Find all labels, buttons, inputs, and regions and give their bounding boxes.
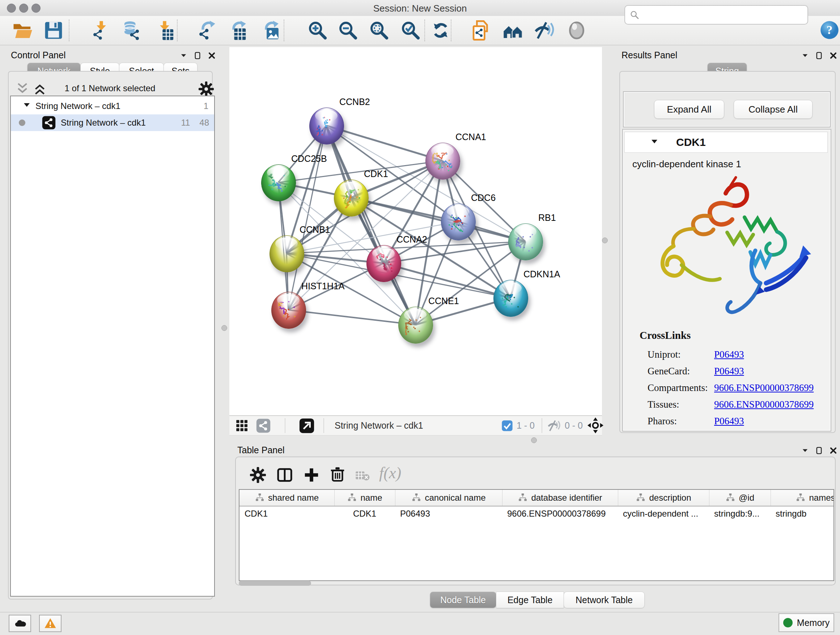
detach-view-icon[interactable] bbox=[299, 418, 314, 433]
tab-network-table[interactable]: Network Table bbox=[564, 592, 645, 608]
gene-collapse-icon[interactable] bbox=[650, 137, 659, 147]
selected-checkbox-icon[interactable] bbox=[501, 420, 513, 432]
export-table-icon[interactable] bbox=[229, 20, 249, 41]
birds-eye-view-icon[interactable] bbox=[567, 20, 587, 41]
delete-column-trash-icon[interactable] bbox=[329, 466, 346, 483]
control-panel-close-icon[interactable] bbox=[208, 51, 216, 60]
node-gloss bbox=[431, 145, 454, 157]
node-CCNB1[interactable] bbox=[270, 235, 304, 272]
split-view-icon[interactable] bbox=[276, 467, 293, 483]
node-CCNA2[interactable] bbox=[366, 245, 401, 282]
table-cell[interactable]: stringdb bbox=[771, 506, 834, 522]
search-field[interactable] bbox=[624, 5, 808, 25]
import-network-database-icon[interactable] bbox=[122, 20, 142, 41]
node-CDC6[interactable] bbox=[441, 203, 476, 241]
node-CCNE1[interactable] bbox=[398, 307, 433, 344]
table-panel-menu-icon[interactable] bbox=[801, 447, 809, 455]
table-gear-icon[interactable] bbox=[249, 467, 266, 483]
crosslink-value-link[interactable]: P06493 bbox=[714, 366, 744, 377]
collection-expander-icon[interactable] bbox=[22, 101, 33, 111]
zoom-fit-icon[interactable] bbox=[369, 20, 389, 41]
gene-detail-scroll-area[interactable]: CDK1 cyclin-dependent kinase 1 bbox=[622, 129, 831, 432]
node-table[interactable]: shared namenamecanonical namedatabase id… bbox=[239, 489, 834, 581]
refresh-icon[interactable] bbox=[431, 20, 451, 41]
bottom-splitter-handle[interactable] bbox=[531, 437, 537, 443]
node-HIST1H1A[interactable] bbox=[271, 292, 306, 329]
app-store-icon[interactable] bbox=[471, 20, 491, 41]
table-panel-close-icon[interactable] bbox=[829, 447, 837, 455]
node-CDC25B[interactable] bbox=[261, 165, 296, 201]
tab-edge-table[interactable]: Edge Table bbox=[496, 592, 564, 608]
table-panel-float-icon[interactable] bbox=[815, 447, 823, 455]
network-collection-row[interactable]: String Network – cdk1 1 bbox=[11, 98, 214, 114]
table-cell[interactable]: cyclin-dependent ... bbox=[618, 506, 709, 522]
add-column-icon[interactable] bbox=[303, 467, 320, 483]
import-table-icon[interactable] bbox=[155, 20, 175, 41]
help-button[interactable]: ? bbox=[820, 20, 839, 41]
graphics-details-icon[interactable] bbox=[534, 20, 554, 41]
column-header--id[interactable]: @id bbox=[709, 490, 771, 506]
export-network-icon[interactable] bbox=[198, 20, 218, 41]
network-options-gear-icon[interactable] bbox=[198, 81, 214, 97]
hidden-eye-icon[interactable] bbox=[546, 419, 561, 432]
zoom-out-icon[interactable] bbox=[338, 20, 358, 41]
zoom-selected-icon[interactable] bbox=[401, 20, 421, 41]
crosslink-value-link[interactable]: P06493 bbox=[714, 416, 744, 426]
network-share-icon[interactable] bbox=[256, 418, 271, 433]
edge-CCNB2-CCNE1[interactable] bbox=[326, 126, 415, 325]
column-header-canonical-name[interactable]: canonical name bbox=[395, 490, 502, 506]
control-panel-menu-icon[interactable] bbox=[180, 51, 188, 60]
results-panel-close-icon[interactable] bbox=[829, 51, 837, 60]
table-row[interactable]: CDK1CDK1P064939606.ENSP00000378699cyclin… bbox=[240, 506, 834, 522]
search-input[interactable] bbox=[643, 7, 807, 22]
crosslink-value-link[interactable]: 9606.ENSP00000378699 bbox=[714, 382, 813, 393]
expand-all-button[interactable]: Expand All bbox=[654, 100, 724, 119]
column-header-label: @id bbox=[739, 493, 754, 503]
save-session-icon[interactable] bbox=[43, 20, 64, 41]
edge-HIST1H1A-CCNE1[interactable] bbox=[288, 310, 415, 325]
node-CDK1[interactable] bbox=[334, 180, 369, 217]
fit-content-crosshair-icon[interactable] bbox=[587, 417, 603, 433]
warnings-button[interactable] bbox=[39, 615, 62, 632]
edge-CCNB2-CCNA1[interactable] bbox=[326, 126, 442, 161]
crosslink-value-link[interactable]: 9606.ENSP00000378699 bbox=[714, 399, 813, 410]
results-panel-float-icon[interactable] bbox=[815, 51, 823, 60]
cloud-status-button[interactable] bbox=[9, 615, 31, 632]
table-cell[interactable]: 9606.ENSP00000378699 bbox=[502, 506, 618, 522]
zoom-in-icon[interactable] bbox=[308, 20, 328, 41]
tab-node-table[interactable]: Node Table bbox=[430, 592, 496, 608]
network-list: String Network – cdk1 1 String Network –… bbox=[10, 96, 215, 597]
table-hscrollbar[interactable] bbox=[239, 581, 311, 586]
column-header-database-identifier[interactable]: database identifier bbox=[502, 490, 618, 506]
column-header-namespace[interactable]: namespace bbox=[771, 490, 834, 506]
grid-view-icon[interactable] bbox=[235, 419, 248, 432]
export-image-icon[interactable] bbox=[261, 20, 281, 41]
node-CCNB2[interactable] bbox=[309, 108, 344, 144]
column-header-description[interactable]: description bbox=[618, 490, 709, 506]
table-cell[interactable]: CDK1 bbox=[240, 506, 334, 522]
node-RB1[interactable] bbox=[508, 223, 543, 260]
import-network-icon[interactable] bbox=[91, 20, 111, 41]
collapse-all-button[interactable]: Collapse All bbox=[734, 100, 813, 119]
column-header-shared-name[interactable]: shared name bbox=[240, 490, 334, 506]
control-panel-float-icon[interactable] bbox=[194, 51, 202, 60]
memory-button[interactable]: Memory bbox=[778, 613, 834, 632]
gene-header-row[interactable]: CDK1 bbox=[624, 132, 828, 153]
column-header-name[interactable]: name bbox=[334, 490, 395, 506]
right-splitter-handle[interactable] bbox=[602, 238, 608, 243]
network-row-selected[interactable]: String Network – cdk1 11 48 bbox=[11, 114, 214, 131]
left-splitter-handle[interactable] bbox=[221, 325, 227, 331]
table-cell[interactable]: CDK1 bbox=[334, 506, 395, 522]
edge-CCNA2-CDKN1A[interactable] bbox=[384, 263, 510, 298]
node-CCNA1[interactable] bbox=[425, 143, 460, 180]
edge-CDK1-RB1[interactable] bbox=[351, 198, 525, 241]
table-cell[interactable]: P06493 bbox=[395, 506, 502, 522]
network-canvas[interactable]: CCNB2CCNA1CDC25BCDK1CDC6RB1CCNB1CCNA2CDK… bbox=[229, 47, 602, 415]
table-cell[interactable]: stringdb:9... bbox=[709, 506, 771, 522]
home-pages-icon[interactable] bbox=[503, 20, 523, 41]
crosslink-value-link[interactable]: P06493 bbox=[714, 349, 744, 360]
node-CDKN1A[interactable] bbox=[493, 280, 528, 317]
open-session-icon[interactable] bbox=[12, 20, 33, 41]
node-table-header[interactable]: shared namenamecanonical namedatabase id… bbox=[240, 490, 834, 507]
results-panel-menu-icon[interactable] bbox=[801, 51, 809, 60]
